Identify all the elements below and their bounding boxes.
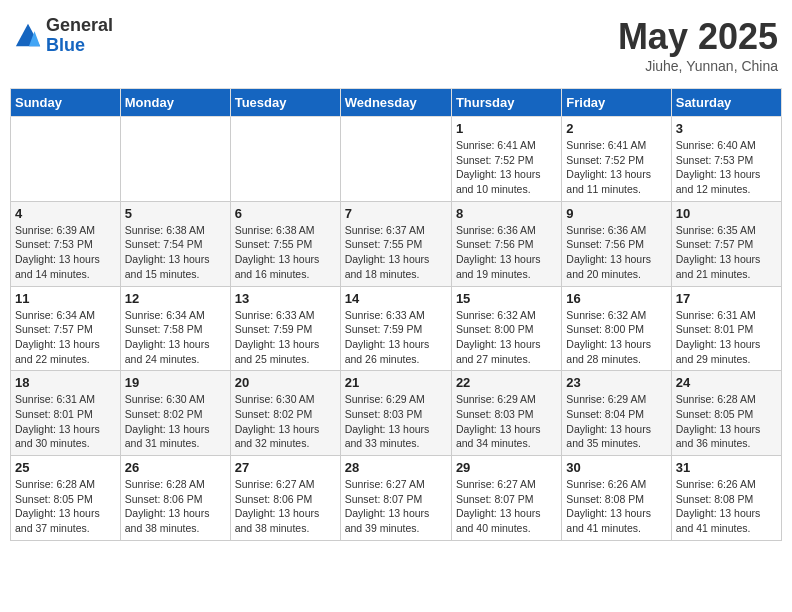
- day-info: Sunrise: 6:36 AM Sunset: 7:56 PM Dayligh…: [566, 223, 666, 282]
- calendar-cell: 21Sunrise: 6:29 AM Sunset: 8:03 PM Dayli…: [340, 371, 451, 456]
- calendar-cell: 27Sunrise: 6:27 AM Sunset: 8:06 PM Dayli…: [230, 456, 340, 541]
- day-info: Sunrise: 6:32 AM Sunset: 8:00 PM Dayligh…: [456, 308, 557, 367]
- calendar-cell: 29Sunrise: 6:27 AM Sunset: 8:07 PM Dayli…: [451, 456, 561, 541]
- title-section: May 2025 Jiuhe, Yunnan, China: [618, 16, 778, 74]
- day-info: Sunrise: 6:34 AM Sunset: 7:57 PM Dayligh…: [15, 308, 116, 367]
- day-number: 9: [566, 206, 666, 221]
- calendar-cell: 13Sunrise: 6:33 AM Sunset: 7:59 PM Dayli…: [230, 286, 340, 371]
- day-info: Sunrise: 6:39 AM Sunset: 7:53 PM Dayligh…: [15, 223, 116, 282]
- day-info: Sunrise: 6:32 AM Sunset: 8:00 PM Dayligh…: [566, 308, 666, 367]
- day-info: Sunrise: 6:30 AM Sunset: 8:02 PM Dayligh…: [125, 392, 226, 451]
- calendar-cell: 14Sunrise: 6:33 AM Sunset: 7:59 PM Dayli…: [340, 286, 451, 371]
- logo-general-text: General: [46, 16, 113, 36]
- day-info: Sunrise: 6:41 AM Sunset: 7:52 PM Dayligh…: [456, 138, 557, 197]
- day-info: Sunrise: 6:28 AM Sunset: 8:05 PM Dayligh…: [15, 477, 116, 536]
- calendar-table: SundayMondayTuesdayWednesdayThursdayFrid…: [10, 88, 782, 541]
- day-number: 4: [15, 206, 116, 221]
- calendar-cell: [11, 117, 121, 202]
- logo-text: General Blue: [46, 16, 113, 56]
- calendar-cell: 19Sunrise: 6:30 AM Sunset: 8:02 PM Dayli…: [120, 371, 230, 456]
- calendar-cell: 4Sunrise: 6:39 AM Sunset: 7:53 PM Daylig…: [11, 201, 121, 286]
- day-number: 23: [566, 375, 666, 390]
- calendar-cell: 5Sunrise: 6:38 AM Sunset: 7:54 PM Daylig…: [120, 201, 230, 286]
- day-info: Sunrise: 6:33 AM Sunset: 7:59 PM Dayligh…: [345, 308, 447, 367]
- logo: General Blue: [14, 16, 113, 56]
- day-number: 2: [566, 121, 666, 136]
- day-info: Sunrise: 6:31 AM Sunset: 8:01 PM Dayligh…: [676, 308, 777, 367]
- weekday-header-tuesday: Tuesday: [230, 89, 340, 117]
- day-info: Sunrise: 6:38 AM Sunset: 7:55 PM Dayligh…: [235, 223, 336, 282]
- calendar-cell: 28Sunrise: 6:27 AM Sunset: 8:07 PM Dayli…: [340, 456, 451, 541]
- day-number: 16: [566, 291, 666, 306]
- day-number: 18: [15, 375, 116, 390]
- day-info: Sunrise: 6:35 AM Sunset: 7:57 PM Dayligh…: [676, 223, 777, 282]
- day-info: Sunrise: 6:29 AM Sunset: 8:04 PM Dayligh…: [566, 392, 666, 451]
- day-info: Sunrise: 6:27 AM Sunset: 8:07 PM Dayligh…: [456, 477, 557, 536]
- calendar-cell: 25Sunrise: 6:28 AM Sunset: 8:05 PM Dayli…: [11, 456, 121, 541]
- day-info: Sunrise: 6:37 AM Sunset: 7:55 PM Dayligh…: [345, 223, 447, 282]
- calendar-cell: 17Sunrise: 6:31 AM Sunset: 8:01 PM Dayli…: [671, 286, 781, 371]
- weekday-header-friday: Friday: [562, 89, 671, 117]
- day-number: 20: [235, 375, 336, 390]
- calendar-cell: 9Sunrise: 6:36 AM Sunset: 7:56 PM Daylig…: [562, 201, 671, 286]
- day-number: 1: [456, 121, 557, 136]
- calendar-week-row: 25Sunrise: 6:28 AM Sunset: 8:05 PM Dayli…: [11, 456, 782, 541]
- calendar-cell: 11Sunrise: 6:34 AM Sunset: 7:57 PM Dayli…: [11, 286, 121, 371]
- day-info: Sunrise: 6:31 AM Sunset: 8:01 PM Dayligh…: [15, 392, 116, 451]
- day-number: 11: [15, 291, 116, 306]
- calendar-cell: [340, 117, 451, 202]
- calendar-cell: 18Sunrise: 6:31 AM Sunset: 8:01 PM Dayli…: [11, 371, 121, 456]
- day-number: 21: [345, 375, 447, 390]
- calendar-week-row: 4Sunrise: 6:39 AM Sunset: 7:53 PM Daylig…: [11, 201, 782, 286]
- calendar-cell: [230, 117, 340, 202]
- day-info: Sunrise: 6:30 AM Sunset: 8:02 PM Dayligh…: [235, 392, 336, 451]
- calendar-cell: 1Sunrise: 6:41 AM Sunset: 7:52 PM Daylig…: [451, 117, 561, 202]
- day-info: Sunrise: 6:34 AM Sunset: 7:58 PM Dayligh…: [125, 308, 226, 367]
- day-number: 15: [456, 291, 557, 306]
- calendar-cell: 30Sunrise: 6:26 AM Sunset: 8:08 PM Dayli…: [562, 456, 671, 541]
- day-number: 10: [676, 206, 777, 221]
- calendar-week-row: 18Sunrise: 6:31 AM Sunset: 8:01 PM Dayli…: [11, 371, 782, 456]
- day-number: 27: [235, 460, 336, 475]
- day-number: 6: [235, 206, 336, 221]
- day-number: 17: [676, 291, 777, 306]
- day-info: Sunrise: 6:38 AM Sunset: 7:54 PM Dayligh…: [125, 223, 226, 282]
- calendar-cell: 8Sunrise: 6:36 AM Sunset: 7:56 PM Daylig…: [451, 201, 561, 286]
- day-number: 3: [676, 121, 777, 136]
- calendar-week-row: 1Sunrise: 6:41 AM Sunset: 7:52 PM Daylig…: [11, 117, 782, 202]
- calendar-cell: 31Sunrise: 6:26 AM Sunset: 8:08 PM Dayli…: [671, 456, 781, 541]
- location: Jiuhe, Yunnan, China: [618, 58, 778, 74]
- day-info: Sunrise: 6:28 AM Sunset: 8:06 PM Dayligh…: [125, 477, 226, 536]
- day-number: 28: [345, 460, 447, 475]
- logo-blue-text: Blue: [46, 36, 113, 56]
- weekday-header-monday: Monday: [120, 89, 230, 117]
- day-info: Sunrise: 6:36 AM Sunset: 7:56 PM Dayligh…: [456, 223, 557, 282]
- logo-icon: [14, 22, 42, 50]
- calendar-cell: 26Sunrise: 6:28 AM Sunset: 8:06 PM Dayli…: [120, 456, 230, 541]
- day-info: Sunrise: 6:26 AM Sunset: 8:08 PM Dayligh…: [676, 477, 777, 536]
- calendar-cell: 6Sunrise: 6:38 AM Sunset: 7:55 PM Daylig…: [230, 201, 340, 286]
- day-number: 5: [125, 206, 226, 221]
- day-info: Sunrise: 6:27 AM Sunset: 8:06 PM Dayligh…: [235, 477, 336, 536]
- day-info: Sunrise: 6:26 AM Sunset: 8:08 PM Dayligh…: [566, 477, 666, 536]
- day-number: 22: [456, 375, 557, 390]
- day-number: 8: [456, 206, 557, 221]
- calendar-cell: 15Sunrise: 6:32 AM Sunset: 8:00 PM Dayli…: [451, 286, 561, 371]
- day-number: 30: [566, 460, 666, 475]
- day-number: 24: [676, 375, 777, 390]
- month-title: May 2025: [618, 16, 778, 58]
- calendar-cell: 16Sunrise: 6:32 AM Sunset: 8:00 PM Dayli…: [562, 286, 671, 371]
- day-number: 19: [125, 375, 226, 390]
- calendar-cell: 23Sunrise: 6:29 AM Sunset: 8:04 PM Dayli…: [562, 371, 671, 456]
- day-info: Sunrise: 6:33 AM Sunset: 7:59 PM Dayligh…: [235, 308, 336, 367]
- day-info: Sunrise: 6:29 AM Sunset: 8:03 PM Dayligh…: [345, 392, 447, 451]
- day-number: 25: [15, 460, 116, 475]
- weekday-header-sunday: Sunday: [11, 89, 121, 117]
- day-number: 13: [235, 291, 336, 306]
- calendar-cell: 2Sunrise: 6:41 AM Sunset: 7:52 PM Daylig…: [562, 117, 671, 202]
- calendar-cell: 7Sunrise: 6:37 AM Sunset: 7:55 PM Daylig…: [340, 201, 451, 286]
- weekday-header-saturday: Saturday: [671, 89, 781, 117]
- calendar-cell: 12Sunrise: 6:34 AM Sunset: 7:58 PM Dayli…: [120, 286, 230, 371]
- day-number: 29: [456, 460, 557, 475]
- day-number: 7: [345, 206, 447, 221]
